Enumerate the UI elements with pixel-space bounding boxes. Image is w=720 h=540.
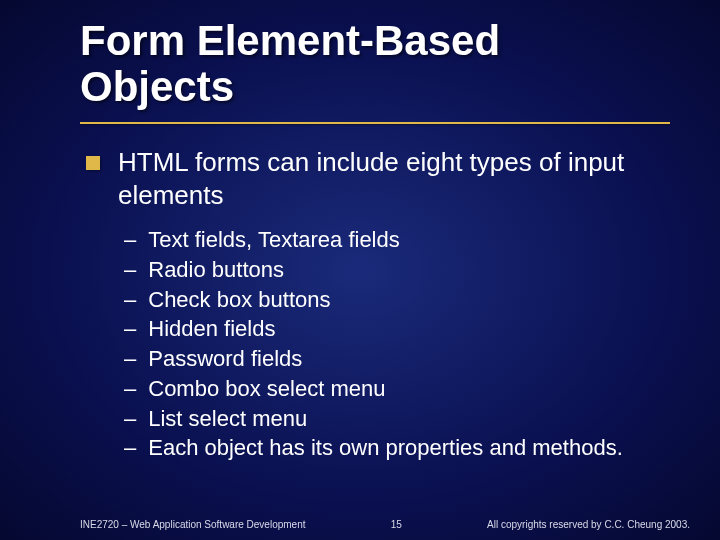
sub-bullet-item: – Combo box select menu [124,374,670,404]
sub-bullet-item: – Password fields [124,344,670,374]
slide-footer: INE2720 – Web Application Software Devel… [0,519,720,530]
slide-title: Form Element-Based Objects [80,18,670,110]
footer-page-number: 15 [366,519,426,530]
footer-course: INE2720 – Web Application Software Devel… [80,519,306,530]
sub-bullet-item: – Radio buttons [124,255,670,285]
dash-icon: – [124,255,136,285]
slide: Form Element-Based Objects HTML forms ca… [0,0,720,540]
sub-bullet-text: Hidden fields [148,314,275,344]
dash-icon: – [124,404,136,434]
sub-bullet-item: – List select menu [124,404,670,434]
dash-icon: – [124,225,136,255]
dash-icon: – [124,285,136,315]
sub-bullet-text: List select menu [148,404,307,434]
sub-bullet-text: Each object has its own properties and m… [148,433,623,463]
sub-bullet-item: – Each object has its own properties and… [124,433,670,463]
dash-icon: – [124,344,136,374]
slide-body: HTML forms can include eight types of in… [80,146,670,463]
sub-bullet-item: – Check box buttons [124,285,670,315]
title-underline [80,122,670,124]
sub-bullet-text: Password fields [148,344,302,374]
title-line-2: Objects [80,63,234,110]
footer-copyright: All copyrights reserved by C.C. Cheung 2… [487,519,690,530]
bullet-level1-text: HTML forms can include eight types of in… [118,146,670,211]
sub-bullet-text: Text fields, Textarea fields [148,225,400,255]
square-bullet-icon [86,156,100,170]
sub-bullet-item: – Hidden fields [124,314,670,344]
sub-bullet-text: Check box buttons [148,285,330,315]
dash-icon: – [124,374,136,404]
dash-icon: – [124,314,136,344]
title-line-1: Form Element-Based [80,17,500,64]
sub-bullet-item: – Text fields, Textarea fields [124,225,670,255]
sub-bullet-text: Radio buttons [148,255,284,285]
sub-bullet-text: Combo box select menu [148,374,385,404]
sub-bullet-list: – Text fields, Textarea fields – Radio b… [86,225,670,463]
dash-icon: – [124,433,136,463]
bullet-level1: HTML forms can include eight types of in… [86,146,670,211]
